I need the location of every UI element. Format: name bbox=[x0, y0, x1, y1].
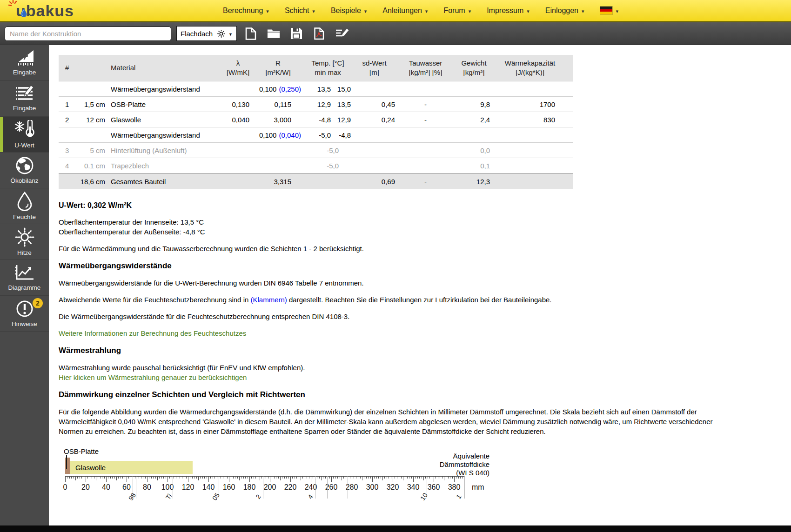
construction-name-input[interactable] bbox=[5, 27, 171, 41]
ruler-tick bbox=[87, 476, 88, 479]
ruler-tick bbox=[235, 476, 235, 479]
table-cell: 12 cm bbox=[75, 116, 108, 124]
ruler-tick bbox=[384, 476, 385, 479]
save-button[interactable] bbox=[290, 27, 303, 40]
table-cell: 0,1 bbox=[454, 162, 494, 170]
ruler-tick bbox=[401, 476, 402, 479]
ruler-tick bbox=[86, 476, 86, 482]
ruler-tick bbox=[438, 476, 438, 479]
german-flag-icon bbox=[600, 7, 612, 14]
sidebar-item-u-wert[interactable]: U-Wert bbox=[0, 117, 49, 153]
ruler-tick bbox=[442, 476, 442, 479]
table-cell: Wärmeübergangswiderstand bbox=[108, 85, 224, 93]
edit-notes-button[interactable] bbox=[335, 27, 349, 40]
ruler-tick bbox=[450, 476, 450, 479]
sidebar-item-feuchte[interactable]: Feuchte bbox=[0, 188, 49, 224]
ruler-tick bbox=[270, 476, 270, 482]
construction-toolbar: Flachdach bbox=[0, 22, 791, 45]
ruler-tick bbox=[399, 476, 399, 479]
table-cell: 2 bbox=[59, 116, 75, 124]
nav-beispiele[interactable]: Beispiele bbox=[331, 7, 367, 15]
chart-axis-title: Äquivalente Dämmstoffdicke (WLS 040) bbox=[415, 452, 489, 477]
ruler-number: 100 bbox=[158, 483, 177, 492]
language-selector[interactable] bbox=[600, 7, 619, 15]
sidebar-item-eingabe-1[interactable]: Eingabe bbox=[0, 45, 49, 81]
sidebar-item-hinweise[interactable]: 2 Hinweise bbox=[0, 296, 49, 332]
construction-type-select[interactable]: Flachdach bbox=[176, 26, 237, 41]
nav-label: Einloggen bbox=[545, 7, 578, 15]
nav-forum[interactable]: Forum bbox=[443, 7, 471, 15]
ruler-tick bbox=[69, 476, 70, 479]
chevron-down-icon bbox=[425, 7, 428, 15]
ruler-tick bbox=[176, 476, 176, 479]
moisture-info-link[interactable]: Weitere Informationen zur Berechnung des… bbox=[59, 328, 782, 338]
ruler-tick bbox=[75, 476, 76, 480]
ruler-tick bbox=[192, 476, 193, 479]
new-document-button[interactable] bbox=[244, 27, 257, 40]
ruler-tick bbox=[137, 476, 137, 480]
ruler-tick bbox=[194, 476, 194, 479]
table-row: Wärmeübergangswiderstand0,100(0,040)-5,0… bbox=[59, 127, 573, 143]
ruler-tick bbox=[319, 476, 320, 479]
ruler-number: 300 bbox=[363, 483, 382, 492]
ruler-tick bbox=[307, 476, 307, 479]
ruler-tick bbox=[143, 476, 143, 479]
ruler-tick bbox=[446, 476, 446, 479]
ruler-tick bbox=[186, 476, 187, 479]
sidebar-item-eingabe-2[interactable]: Eingabe bbox=[0, 81, 49, 117]
ruler-number: 160 bbox=[220, 483, 238, 492]
ruler-number: 320 bbox=[383, 483, 402, 492]
ruler-tick bbox=[395, 476, 395, 479]
ruler-tick bbox=[317, 476, 317, 479]
ruler-tick bbox=[280, 476, 281, 480]
table-cell: 13,5 bbox=[304, 85, 332, 93]
ruler-tick bbox=[360, 476, 361, 479]
col-header-temp: Temp. [°C]min max bbox=[304, 59, 352, 77]
ruler-number: 340 bbox=[404, 483, 422, 492]
table-cell: 2,4 bbox=[454, 116, 494, 124]
ruler-tick bbox=[382, 476, 383, 480]
material-table: # Material λ[W/mK] R[m²K/W] Temp. [°C]mi… bbox=[59, 55, 573, 189]
ruler-tick bbox=[98, 476, 98, 479]
ruler-tick bbox=[419, 476, 420, 479]
pdf-export-button[interactable] bbox=[313, 27, 326, 40]
radiation-link[interactable]: Hier klicken um Wärmestrahlung genauer z… bbox=[59, 372, 782, 382]
ubakus-logo[interactable]: ubakus bbox=[9, 3, 74, 19]
nav-anleitungen[interactable]: Anleitungen bbox=[382, 7, 428, 15]
chart-bar-label: Glaswolle bbox=[75, 464, 106, 472]
nav-schicht[interactable]: Schicht bbox=[285, 7, 315, 15]
open-folder-button[interactable] bbox=[267, 27, 280, 40]
table-cell: -4,8 bbox=[332, 131, 352, 139]
ruler-tick bbox=[403, 476, 403, 480]
ruler-tick bbox=[413, 476, 414, 482]
ruler-tick bbox=[106, 476, 107, 482]
sidebar-item-hitze[interactable]: Hitze bbox=[0, 224, 49, 260]
logo-water-drop-icon bbox=[20, 8, 27, 17]
results-section: U-Wert: 0,302 W/m²K Oberflächentemperatu… bbox=[59, 200, 782, 436]
ruler-tick bbox=[417, 476, 418, 479]
nav-label: Anleitungen bbox=[382, 7, 422, 15]
ruler-tick bbox=[125, 476, 125, 479]
ruler-tick bbox=[217, 476, 217, 479]
ruler-fragment: 2 bbox=[254, 493, 262, 500]
nav-berechnung[interactable]: Berechnung bbox=[223, 7, 269, 15]
ruler-tick bbox=[260, 476, 260, 480]
ruler-tick bbox=[278, 476, 279, 479]
sidebar-item-oekobilanz[interactable]: Ökobilanz bbox=[0, 153, 49, 188]
section-title-insulation: Dämmwirkung einzelner Schichten und Verg… bbox=[59, 389, 782, 400]
nav-impressum[interactable]: Impressum bbox=[487, 7, 530, 15]
r-value: 0,115 bbox=[275, 100, 291, 108]
col-header-r: R[m²K/W] bbox=[252, 59, 304, 77]
ruler-tick bbox=[261, 476, 262, 479]
nav-einloggen[interactable]: Einloggen bbox=[545, 7, 584, 15]
table-cell: - bbox=[397, 116, 454, 124]
text: Abweichende Werte für die Feuchteschutzb… bbox=[59, 296, 248, 304]
ruler-tick bbox=[448, 476, 449, 479]
sidebar-item-diagramme[interactable]: Diagramme bbox=[0, 260, 49, 296]
ruler-tick bbox=[321, 476, 322, 480]
ruler-tick bbox=[239, 476, 240, 480]
klammern-link[interactable]: (Klammern) bbox=[250, 296, 287, 304]
ruler-tick bbox=[325, 476, 326, 479]
ruler-number: 280 bbox=[342, 483, 361, 492]
col-header-sd: sd-Wert[m] bbox=[352, 59, 397, 77]
